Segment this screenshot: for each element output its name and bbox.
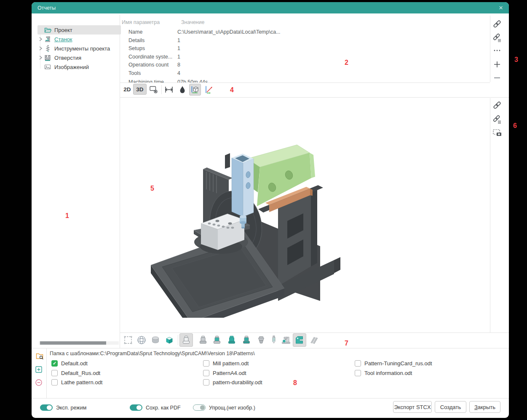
capture-image-icon[interactable] — [491, 127, 503, 139]
wireframe-sphere-icon[interactable] — [135, 333, 148, 347]
minus-icon[interactable] — [491, 72, 503, 84]
simplified-toggle[interactable] — [193, 404, 206, 411]
checkbox[interactable] — [203, 360, 209, 367]
measure-icon[interactable] — [163, 84, 175, 96]
chevron-right-icon[interactable] — [37, 54, 43, 61]
more-ellipsis-icon[interactable] — [491, 45, 503, 56]
tree-item-holes[interactable]: Отверстия — [37, 53, 121, 62]
toggle-label: Сохр. как PDF — [146, 405, 181, 411]
checkbox[interactable] — [355, 360, 361, 367]
checkbox[interactable] — [355, 370, 361, 376]
mode-3d-button[interactable]: 3D — [133, 84, 147, 95]
template-checkbox-row[interactable]: PatternA4.odt — [203, 369, 246, 376]
annotation-7: 7 — [345, 340, 348, 347]
divider — [490, 16, 490, 82]
divider — [120, 332, 509, 333]
tree-hscrollbar-thumb[interactable] — [40, 341, 106, 345]
divider — [46, 348, 47, 398]
template-checkbox-row[interactable]: Mill pattern.odt — [203, 360, 249, 367]
tree-item-project-tools[interactable]: Инструменты проекта — [37, 44, 121, 53]
dialog-titlebar[interactable]: Отчеты × — [32, 2, 509, 13]
add-template-icon[interactable] — [33, 364, 44, 375]
template-checkbox-row[interactable]: Pattern-TuningCard_rus.odt — [355, 360, 432, 367]
annotation-6: 6 — [513, 122, 517, 130]
axes-icon[interactable] — [203, 84, 215, 96]
link-list-icon[interactable] — [491, 32, 503, 43]
param-table[interactable]: NameC:\Users\marat_u\AppData\Local\Temp\… — [120, 19, 487, 82]
stepped-part-icon[interactable] — [254, 333, 268, 347]
template-label: Pattern-TuningCard_rus.odt — [364, 360, 432, 367]
toolbar-separator — [161, 85, 162, 94]
selection-frame-icon[interactable] — [121, 333, 135, 347]
template-label: Mill pattern.odt — [213, 360, 249, 367]
link-list-icon[interactable] — [491, 113, 503, 125]
divider — [32, 398, 509, 399]
toolpath-hatch-icon[interactable] — [308, 333, 321, 347]
plus-icon[interactable] — [491, 58, 503, 70]
workpiece-teal-icon[interactable] — [225, 333, 238, 347]
shaded-solid-icon[interactable] — [149, 333, 162, 347]
machine-part-icon[interactable] — [279, 333, 293, 347]
save-as-pdf-toggle[interactable] — [130, 404, 142, 411]
dialog-title: Отчеты — [37, 5, 56, 11]
toggle-label: Упрощ.(нет изобр.) — [209, 405, 255, 411]
machine-solid-icon[interactable] — [293, 333, 306, 347]
chevron-right-icon[interactable] — [37, 45, 43, 52]
checkbox[interactable] — [203, 379, 209, 385]
template-label: Lathe pattern.odt — [61, 379, 102, 385]
screenshot-stage: Отчеты × Проект — [0, 0, 527, 420]
close-button[interactable]: Закрыть — [469, 401, 500, 413]
divider — [32, 348, 509, 348]
workpiece-outline-icon[interactable] — [179, 333, 193, 347]
annotation-1: 1 — [65, 212, 69, 220]
folder-search-icon[interactable] — [34, 351, 45, 362]
link-icon[interactable] — [491, 18, 503, 30]
template-label: Tool information.odt — [364, 370, 412, 376]
template-label: PatternA4.odt — [213, 370, 246, 376]
checkbox[interactable] — [51, 370, 58, 376]
tree-hscrollbar-track[interactable] — [39, 341, 119, 345]
link-icon[interactable] — [491, 99, 503, 111]
annotation-5: 5 — [150, 185, 154, 192]
droplet-icon[interactable] — [177, 84, 188, 96]
reports-dialog: Отчеты × Проект — [32, 2, 509, 418]
toolbar-separator — [178, 335, 178, 345]
mode-2d-button[interactable]: 2D — [121, 84, 134, 95]
workpiece-top-teal-icon[interactable] — [210, 333, 224, 347]
annotation-3: 3 — [514, 56, 518, 64]
checkbox[interactable] — [51, 379, 58, 385]
workpiece-bottom-teal-icon[interactable] — [240, 333, 253, 347]
solid-cube-icon[interactable] — [163, 333, 176, 347]
viewport-3d[interactable] — [120, 98, 490, 332]
template-checkbox-row[interactable]: pattern-durability.odt — [203, 379, 262, 385]
visibility-icon[interactable] — [148, 84, 160, 96]
cube-axes-icon[interactable] — [189, 84, 201, 96]
template-checkbox-row[interactable]: Lathe pattern.odt — [51, 379, 102, 385]
templates-folder-path: Папка с шаблонами:C:\ProgramData\Sprut T… — [50, 351, 255, 356]
template-checkbox-row[interactable]: Tool information.odt — [355, 369, 412, 376]
template-checkbox-row[interactable]: Default.odt — [51, 360, 88, 367]
export-stcx-button[interactable]: Экспорт STCX — [393, 401, 432, 413]
checkbox[interactable] — [51, 360, 58, 367]
annotation-8: 8 — [293, 379, 297, 387]
workpiece-gray-icon[interactable] — [196, 333, 210, 347]
project-folder-icon — [43, 26, 52, 34]
tree-item-label: Станок — [54, 36, 72, 43]
spacer — [37, 64, 43, 70]
chevron-right-icon[interactable] — [37, 36, 43, 43]
machine-icon — [43, 35, 52, 43]
template-checkbox-row[interactable]: Default_Rus.odt — [51, 369, 100, 376]
tree-item-project[interactable]: Проект — [37, 25, 121, 35]
remove-template-icon[interactable] — [33, 377, 44, 388]
divider — [120, 82, 490, 83]
checkbox[interactable] — [203, 370, 209, 376]
close-icon[interactable]: × — [499, 4, 503, 11]
create-button[interactable]: Создать — [435, 401, 466, 413]
tree-item-machine[interactable]: Станок — [37, 35, 121, 44]
drill-tool-icon[interactable] — [268, 333, 279, 347]
export-mode-toggle[interactable] — [40, 404, 53, 411]
tree-item-images[interactable]: Изображений — [37, 62, 121, 72]
tree-item-label: Изображений — [54, 64, 89, 70]
tree-item-label: Инструменты проекта — [54, 45, 110, 52]
holes-icon — [43, 54, 52, 61]
